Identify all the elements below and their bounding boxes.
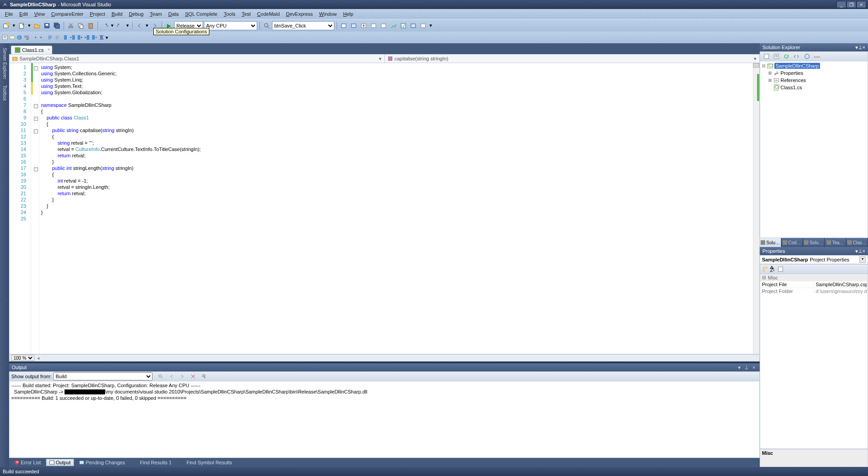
tool-btn-1[interactable]	[339, 21, 348, 30]
find-button[interactable]	[262, 21, 271, 30]
menu-sql-complete[interactable]: SQL Complete	[182, 10, 221, 18]
bookmark-button[interactable]	[62, 34, 69, 41]
tool-btn-5[interactable]	[379, 21, 388, 30]
collapse-icon[interactable]: ⊟	[762, 275, 766, 280]
panel-close-button[interactable]: ×	[751, 364, 757, 371]
output-find-button[interactable]	[156, 372, 165, 380]
prop-row[interactable]: Project FileSampleDllinCSharp.csproj	[760, 281, 868, 288]
menu-tools[interactable]: Tools	[221, 10, 239, 18]
new-project-button[interactable]	[2, 21, 11, 30]
member-nav-dropdown[interactable]: capitalise(string stringIn) ▾	[385, 55, 760, 63]
output-text[interactable]: ------ Build started: Project: SampleDll…	[9, 381, 760, 458]
tree-references[interactable]: ⊞ References	[761, 77, 867, 84]
cut-button[interactable]	[66, 21, 75, 30]
right-tab-1[interactable]: Cod…	[781, 238, 803, 247]
bottom-tab-pending-changes[interactable]: Pending Changes	[76, 459, 128, 466]
next-bookmark-folder-button[interactable]	[91, 34, 97, 41]
type-nav-dropdown[interactable]: SampleDllinCSharp.Class1 ▾	[9, 55, 385, 63]
tree-expander[interactable]: ⊟	[761, 64, 766, 68]
menu-devexpress[interactable]: DevExpress	[283, 10, 316, 18]
right-tab-0[interactable]: Solu…	[760, 238, 781, 247]
output-wrap-button[interactable]	[199, 372, 208, 380]
nav-back-button[interactable]	[135, 21, 144, 30]
fold-toggle[interactable]: −	[34, 104, 38, 108]
toolbar2-overflow[interactable]: ▾	[106, 35, 110, 41]
prop-close-button[interactable]: ×	[863, 248, 865, 254]
menu-test[interactable]: Test	[239, 10, 254, 18]
menu-data[interactable]: Data	[165, 10, 182, 18]
prop-category[interactable]: ⊟Misc	[760, 274, 868, 281]
menu-debug[interactable]: Debug	[126, 10, 147, 18]
indent-more-button[interactable]	[39, 34, 45, 41]
right-tab-3[interactable]: Tea…	[825, 238, 846, 247]
close-tab-button[interactable]: ×	[47, 47, 50, 52]
se-sync-button[interactable]	[803, 52, 812, 60]
uncomment-button[interactable]	[54, 34, 60, 41]
se-properties-button[interactable]	[762, 52, 771, 60]
open-button[interactable]	[32, 21, 42, 30]
clear-bookmarks-button[interactable]	[98, 34, 105, 41]
menu-help[interactable]: Help	[340, 10, 356, 18]
output-source-select[interactable]: Build	[53, 372, 152, 380]
word-wrap-button[interactable]	[23, 34, 30, 41]
close-button[interactable]: ×	[856, 1, 866, 8]
menu-window[interactable]: Window	[316, 10, 340, 18]
se-view-code-button[interactable]	[792, 52, 801, 60]
se-refresh-button[interactable]	[782, 52, 791, 60]
menu-file[interactable]: File	[2, 10, 16, 18]
tool-btn-7[interactable]	[399, 21, 408, 30]
tool-btn-3[interactable]	[359, 21, 368, 30]
add-item-dropdown[interactable]: ▾	[27, 21, 32, 30]
tree-class1[interactable]: · C# Class1.cs	[761, 84, 867, 91]
menu-build[interactable]: Build	[108, 10, 125, 18]
undo-dropdown[interactable]: ▾	[110, 21, 115, 30]
output-clear-button[interactable]	[189, 372, 198, 380]
se-pin-button[interactable]: ⊥	[858, 45, 863, 50]
redo-button[interactable]	[115, 21, 125, 30]
save-all-button[interactable]	[52, 21, 61, 30]
bottom-tab-output[interactable]: Output	[46, 459, 74, 466]
tree-properties[interactable]: ⊞ Properties	[761, 69, 867, 77]
tool-btn-9[interactable]	[419, 21, 428, 30]
menu-project[interactable]: Project	[87, 10, 108, 18]
fold-toggle[interactable]: −	[34, 167, 38, 171]
editor-scrollbar[interactable]	[753, 63, 759, 354]
prev-bookmark-button[interactable]	[69, 34, 76, 41]
se-collapse-button[interactable]: —	[813, 52, 822, 60]
tool-btn-4[interactable]	[369, 21, 378, 30]
tool-btn-8[interactable]	[409, 21, 418, 30]
prop-row[interactable]: Project Folderd:\users\gmasuco\my docume…	[760, 288, 868, 294]
menu-team[interactable]: Team	[147, 10, 165, 18]
panel-menu-button[interactable]: ▾	[736, 364, 743, 371]
output-prev-button[interactable]	[167, 372, 176, 380]
paste-button[interactable]	[86, 21, 95, 30]
dock-tab-server-explorer[interactable]: Server Explorer	[1, 45, 8, 82]
menu-edit[interactable]: Edit	[16, 10, 31, 18]
se-close-button[interactable]: ×	[863, 45, 865, 50]
redo-dropdown[interactable]: ▾	[125, 21, 130, 30]
fold-toggle[interactable]: −	[34, 66, 38, 70]
restore-button[interactable]: ❐	[846, 1, 856, 8]
se-show-all-button[interactable]	[772, 52, 781, 60]
tool-btn-6[interactable]	[389, 21, 398, 30]
tool-btn-2[interactable]	[349, 21, 358, 30]
fold-toggle[interactable]: −	[34, 117, 38, 121]
menu-compareenter[interactable]: CompareEnter	[48, 10, 87, 18]
fold-toggle[interactable]: −	[34, 129, 38, 133]
panel-pin-button[interactable]: ⊥	[743, 364, 750, 371]
event-select[interactable]: btnSave_Click	[272, 21, 334, 30]
tree-expander[interactable]: ⊞	[767, 78, 772, 82]
tree-root[interactable]: ⊟ C# SampleDllinCSharp	[761, 62, 867, 69]
param-info-button[interactable]	[9, 34, 15, 41]
output-next-button[interactable]	[178, 372, 187, 380]
property-object-selector[interactable]: SampleDllinCSharp Project Properties ▾	[760, 255, 868, 264]
split-handle[interactable]	[753, 63, 759, 68]
zoom-select[interactable]: 100 %	[11, 355, 34, 361]
member-list-button[interactable]	[2, 34, 8, 41]
prop-pin-button[interactable]: ⊥	[858, 248, 863, 254]
categorized-button[interactable]	[762, 266, 768, 272]
dock-tab-toolbox[interactable]: Toolbox	[1, 82, 8, 103]
prev-bookmark-folder-button[interactable]	[84, 34, 90, 41]
save-button[interactable]	[42, 21, 51, 30]
toolbar-overflow[interactable]: ▾	[429, 21, 433, 30]
